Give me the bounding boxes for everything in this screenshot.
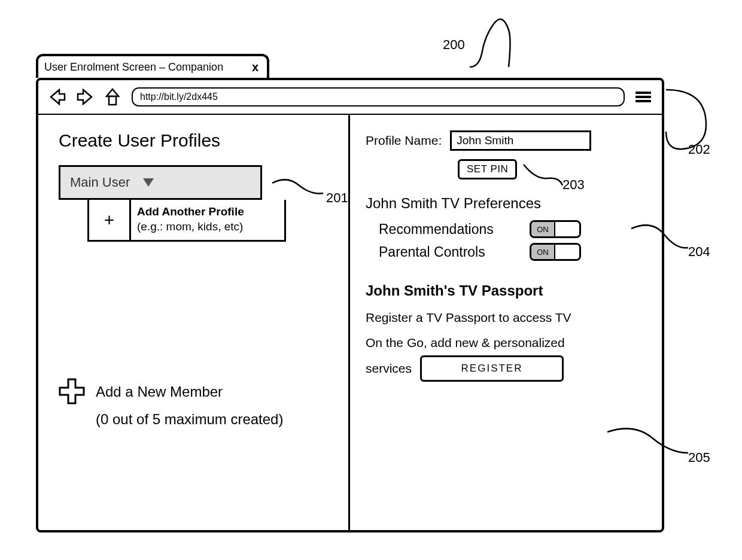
callout-200: 200 [443, 37, 465, 53]
tv-preferences-heading: John Smith TV Preferences [366, 195, 641, 212]
toggle-off-half [555, 222, 579, 236]
chevron-down-icon [143, 178, 154, 187]
passport-text-1: Register a TV Passport to access TV [366, 305, 641, 330]
set-pin-button[interactable]: SET PIN [458, 159, 517, 179]
tab-title: User Enrolment Screen – Companion [44, 61, 250, 74]
callout-201: 201 [326, 190, 348, 206]
plus-icon: + [89, 200, 131, 240]
close-icon[interactable]: x [250, 60, 261, 74]
profile-name-value: John Smith [457, 134, 513, 147]
home-icon[interactable] [104, 88, 121, 106]
url-input[interactable]: http://bit.ly/2dx445 [132, 87, 625, 106]
browser-window: http://bit.ly/2dx445 Create User Profile… [36, 78, 664, 532]
toggle-on-label: ON [531, 222, 555, 236]
tv-passport-heading: John Smith's TV Passport [366, 282, 641, 299]
recommendations-toggle[interactable]: ON [530, 220, 581, 238]
parental-controls-toggle[interactable]: ON [530, 243, 581, 261]
profile-name-label: Profile Name: [366, 133, 442, 148]
add-profile-title: Add Another Profile [137, 205, 278, 220]
add-another-profile[interactable]: + Add Another Profile (e.g.: mom, kids, … [87, 200, 286, 242]
callout-203: 203 [562, 177, 585, 193]
browser-tab[interactable]: User Enrolment Screen – Companion x [36, 54, 269, 78]
main-user-dropdown[interactable]: Main User [59, 165, 262, 200]
passport-text-2: On the Go, add new & personalized [366, 330, 641, 355]
plus-outline-icon [59, 378, 85, 404]
recommendations-label: Recommendations [379, 221, 522, 238]
register-button[interactable]: REGISTER [420, 355, 564, 382]
toggle-on-label: ON [531, 245, 555, 259]
parental-controls-label: Parental Controls [379, 244, 522, 260]
page-title: Create User Profiles [59, 130, 328, 151]
callout-205: 205 [688, 450, 710, 465]
forward-icon[interactable] [77, 89, 93, 105]
url-text: http://bit.ly/2dx445 [140, 92, 218, 102]
right-pane: Profile Name: John Smith SET PIN John Sm… [350, 115, 662, 530]
main-user-label: Main User [70, 175, 130, 190]
left-pane: Create User Profiles Main User + Add Ano… [38, 115, 350, 530]
svg-rect-0 [109, 96, 116, 105]
add-member-label: Add a New Member [96, 378, 283, 406]
back-icon[interactable] [49, 89, 66, 105]
add-profile-hint: (e.g.: mom, kids, etc) [137, 220, 278, 235]
profile-name-input[interactable]: John Smith [450, 130, 591, 151]
callout-202: 202 [688, 142, 710, 157]
add-member-button[interactable]: Add a New Member (0 out of 5 maximum cre… [59, 378, 283, 433]
add-member-count: (0 out of 5 maximum created) [96, 406, 283, 433]
toolbar: http://bit.ly/2dx445 [38, 80, 662, 115]
callout-204: 204 [688, 244, 710, 260]
toggle-off-half [555, 245, 579, 259]
menu-icon[interactable] [635, 90, 651, 104]
passport-text-3: services [366, 356, 412, 381]
